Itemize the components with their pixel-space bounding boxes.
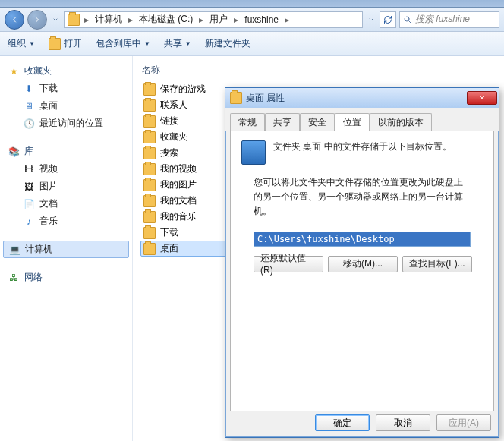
- folder-icon: [143, 227, 156, 239]
- download-icon: ⬇: [23, 83, 35, 95]
- video-icon: 🎞: [23, 163, 35, 175]
- nav-item-label: 音乐: [39, 215, 58, 228]
- tab-previous-versions[interactable]: 以前的版本: [370, 113, 432, 131]
- nav-computer[interactable]: 💻计算机: [3, 241, 129, 258]
- share-label: 共享: [164, 37, 182, 50]
- nav-item-desktop[interactable]: 🖥桌面: [3, 97, 129, 115]
- nav-item-downloads[interactable]: ⬇下载: [3, 80, 129, 97]
- refresh-button[interactable]: [380, 11, 396, 28]
- breadcrumb-segment[interactable]: 用户: [206, 11, 231, 27]
- nav-network[interactable]: 🖧网络: [3, 269, 129, 286]
- library-icon: 📚: [8, 146, 20, 158]
- find-target-button[interactable]: 查找目标(F)...: [402, 256, 472, 272]
- folder-icon: [143, 243, 156, 255]
- nav-forward-button[interactable]: [27, 10, 47, 30]
- arrow-left-icon: [10, 15, 19, 24]
- chevron-down-icon: ▼: [29, 40, 35, 47]
- include-label: 包含到库中: [96, 37, 141, 50]
- file-name: 收藏夹: [160, 131, 187, 143]
- button-label: 应用(A): [449, 417, 479, 430]
- folder-icon: [143, 211, 156, 223]
- tab-strip: 常规 共享 安全 位置 以前的版本: [225, 108, 499, 131]
- ok-button[interactable]: 确定: [315, 414, 370, 431]
- tab-security[interactable]: 安全: [300, 113, 335, 131]
- file-name: 链接: [160, 115, 178, 128]
- star-icon: ★: [8, 65, 20, 77]
- nav-history-dropdown[interactable]: [50, 17, 61, 23]
- column-header-name[interactable]: 名称: [140, 61, 496, 81]
- search-placeholder: 搜索 fuxshine: [415, 13, 470, 26]
- breadcrumb[interactable]: ▸ 计算机 ▸ 本地磁盘 (C:) ▸ 用户 ▸ fuxshine ▸: [64, 11, 363, 28]
- cancel-button[interactable]: 取消: [376, 414, 430, 431]
- nav-favorites-header[interactable]: ★收藏夹: [3, 62, 129, 80]
- apply-button[interactable]: 应用(A): [436, 414, 491, 431]
- desktop-icon: 🖥: [23, 100, 35, 112]
- folder-icon: [143, 147, 156, 159]
- document-icon: 📄: [23, 198, 35, 210]
- search-icon: [403, 15, 412, 24]
- new-folder-button[interactable]: 新建文件夹: [205, 37, 250, 50]
- breadcrumb-segment[interactable]: fuxshine: [241, 13, 282, 27]
- folder-icon: [230, 92, 242, 104]
- file-name: 下载: [160, 226, 178, 239]
- nav-item-label: 文档: [39, 197, 58, 210]
- folder-icon: [143, 115, 156, 128]
- restore-default-button[interactable]: 还原默认值(R): [254, 256, 323, 272]
- tab-sharing[interactable]: 共享: [265, 113, 300, 131]
- open-icon: [49, 38, 61, 50]
- breadcrumb-history-dropdown[interactable]: [366, 17, 376, 23]
- button-label: 移动(M)...: [343, 257, 383, 270]
- newfolder-label: 新建文件夹: [205, 37, 250, 50]
- file-name: 搜索: [160, 146, 178, 159]
- nav-back-button[interactable]: [5, 10, 24, 30]
- button-label: 还原默认值(R): [260, 252, 317, 276]
- search-input[interactable]: 搜索 fuxshine: [399, 11, 499, 28]
- chevron-down-icon: [52, 17, 58, 23]
- nav-libraries-header[interactable]: 📚库: [3, 143, 129, 160]
- file-name: 我的图片: [160, 178, 197, 191]
- nav-item-videos[interactable]: 🎞视频: [3, 160, 129, 178]
- include-library-menu[interactable]: 包含到库中▼: [96, 37, 150, 50]
- file-name: 我的音乐: [160, 210, 197, 223]
- location-description: 您可以将此文件夹中文件存储的位置更改为此硬盘上的另一个位置、另一个驱动器或网络上…: [241, 175, 483, 227]
- computer-icon: 💻: [8, 244, 20, 256]
- folder-icon: [143, 83, 156, 96]
- location-path-input[interactable]: [254, 232, 471, 247]
- chevron-down-icon: [368, 17, 374, 23]
- breadcrumb-segment[interactable]: 计算机: [92, 11, 125, 27]
- organize-menu[interactable]: 组织▼: [8, 37, 35, 50]
- music-icon: ♪: [23, 216, 35, 228]
- share-menu[interactable]: 共享▼: [164, 37, 191, 50]
- dialog-title: 桌面 属性: [246, 92, 467, 105]
- breadcrumb-segment[interactable]: 本地磁盘 (C:): [136, 11, 196, 27]
- file-name: 桌面: [160, 242, 178, 255]
- chevron-down-icon: ▼: [144, 40, 150, 47]
- nav-item-recent[interactable]: 🕓最近访问的位置: [3, 115, 129, 132]
- nav-item-music[interactable]: ♪音乐: [3, 213, 129, 230]
- breadcrumb-separator: ▸: [283, 14, 291, 25]
- tab-location[interactable]: 位置: [335, 113, 370, 131]
- button-label: 取消: [394, 417, 412, 430]
- nav-favorites-label: 收藏夹: [24, 65, 52, 77]
- nav-computer-label: 计算机: [25, 243, 52, 256]
- folder-icon: [143, 99, 156, 112]
- dialog-titlebar[interactable]: 桌面 属性: [225, 88, 499, 108]
- nav-item-documents[interactable]: 📄文档: [3, 195, 129, 213]
- nav-item-label: 视频: [39, 162, 58, 175]
- organize-label: 组织: [8, 37, 26, 50]
- folder-icon: [143, 195, 156, 207]
- folder-icon: [143, 163, 156, 175]
- folder-icon: [143, 131, 156, 143]
- file-name: 联系人: [160, 99, 187, 112]
- tab-general[interactable]: 常规: [230, 113, 265, 131]
- move-button[interactable]: 移动(M)...: [328, 256, 398, 272]
- close-button[interactable]: [467, 91, 497, 105]
- folder-icon: [68, 14, 80, 26]
- open-button[interactable]: 打开: [49, 37, 82, 50]
- nav-item-pictures[interactable]: 🖼图片: [3, 178, 129, 195]
- folder-icon: [143, 179, 156, 191]
- svg-point-0: [405, 17, 409, 21]
- arrow-right-icon: [33, 15, 42, 24]
- nav-libraries-label: 库: [24, 145, 33, 158]
- nav-item-label: 图片: [39, 180, 58, 193]
